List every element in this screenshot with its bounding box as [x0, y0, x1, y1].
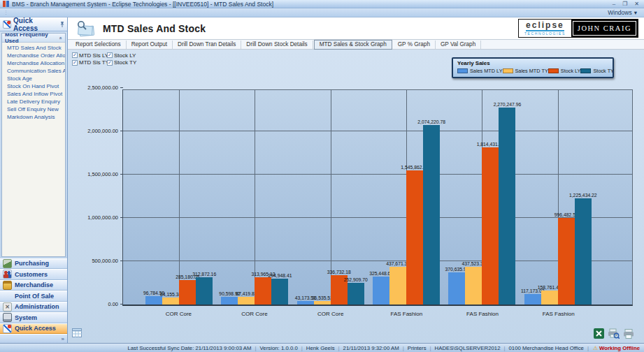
bar-value-label: 2,270,247.96	[494, 102, 522, 107]
pin-icon[interactable]	[59, 21, 64, 27]
nav-button-label: Quick Access	[15, 325, 56, 332]
tab-gp-graph[interactable]: GP % Graph	[393, 41, 436, 49]
status-item: Version: 1.0.0.0	[260, 345, 298, 351]
nav-button-point-of-sale[interactable]: Point Of Sale	[0, 291, 67, 302]
bar-rect	[389, 267, 406, 305]
status-separator: |	[403, 345, 404, 351]
legend-items: Sales MTD LYSales MTD TYStock LYStock TY	[453, 66, 613, 77]
bar-stock-ty-4: 2,074,220.78	[423, 90, 440, 305]
sidebar-item-sell-off-enquiry-new[interactable]: Sell Off Enquiry New	[2, 105, 65, 113]
bar-rect	[179, 280, 196, 305]
printer-icon[interactable]	[623, 329, 634, 339]
bar-sales-mtd-ty-6: 158,761.40	[541, 90, 558, 305]
legend-item-sales-mtd-ty: Sales MTD TY	[503, 68, 548, 74]
filter-label: MTD Sls TY	[79, 59, 109, 66]
bar-sales-mtd-ty-5: 437,523.32	[465, 90, 482, 305]
excel-export-icon[interactable]	[594, 328, 604, 339]
status-item: 21/11/2013 9:32:00 AM	[343, 345, 399, 351]
bar-value-label: 2,074,220.78	[417, 119, 445, 124]
restore-button[interactable]: ❐	[620, 1, 629, 8]
sidebar-item-merchandise-order-allocation[interactable]: Merchandise Order Allocation	[2, 52, 65, 59]
quick-access-header[interactable]: Quick Access	[0, 17, 67, 31]
most-frequently-used-header: Most Frequently Used »	[2, 34, 65, 43]
quick-access-header-label: Quick Access	[13, 17, 55, 32]
menu-bar: ⋮ Windows ▾	[0, 8, 644, 17]
tab-drill-down-stock-details[interactable]: Drill Down Stock Details	[241, 41, 313, 49]
nav-button-system[interactable]: System	[0, 312, 67, 323]
bar-stock-ty-3: 252,909.70	[348, 90, 364, 305]
legend-swatch	[457, 68, 468, 73]
working-offline-status: Working Offline	[599, 345, 640, 351]
bar-sales-mtd-ly-4: 325,448.68	[373, 90, 389, 305]
sidebar-item-stock-age[interactable]: Stock Age	[2, 75, 65, 82]
sidebar-item-sales-and-inflow-pivot[interactable]: Sales And Inflow Pivot	[2, 90, 65, 98]
bar-sales-mtd-ty-4: 437,671.34	[389, 90, 406, 305]
nav-button-purchasing[interactable]: Purchasing	[0, 258, 67, 270]
legend-item-stock-ty: Stock TY	[580, 68, 613, 74]
legend-label: Sales MTD LY	[470, 68, 503, 74]
nav-button-label: System	[15, 314, 37, 321]
bar-rect	[297, 301, 314, 305]
bar-rect	[448, 272, 465, 305]
quick-access-icon	[3, 324, 12, 333]
tab-report-selections[interactable]: Report Selections	[71, 41, 127, 49]
filter-mtd-sls-ly[interactable]: ✓MTD Sls LY	[72, 52, 107, 59]
status-separator: |	[504, 345, 506, 351]
sidebar-item-mtd-sales-and-stock[interactable]: MTD Sales And Stock	[2, 44, 65, 52]
sidebar-footer[interactable]: »	[0, 334, 67, 343]
legend-title: Yearly Sales	[453, 59, 613, 66]
tab-gp-val-graph[interactable]: GP Val Graph	[436, 41, 481, 49]
checkbox-stock-ly[interactable]: ✓	[107, 52, 113, 58]
filter-stock-ly[interactable]: ✓Stock LY	[107, 52, 148, 59]
page-title: MTD Sales And Stock	[103, 23, 206, 34]
sidebar-item-communication-sales-and-stock[interactable]: Communication Sales And Stock	[2, 67, 65, 75]
report-grid-icon[interactable]	[72, 328, 82, 337]
checkbox-mtd-sls-ty[interactable]: ✓	[72, 60, 78, 66]
checkbox-mtd-sls-ly[interactable]: ✓	[72, 52, 78, 58]
bar-rect	[196, 277, 213, 305]
minimize-button[interactable]: –	[610, 1, 617, 8]
bar-stock-ly-5: 1,814,431.55	[482, 90, 499, 305]
status-items: Last Successful Sync Date: 21/11/2013 9:…	[127, 345, 592, 351]
filter-stock-ty[interactable]: ✓Stock TY	[107, 59, 148, 67]
status-item: 0100 Merchandise Head Office	[509, 345, 584, 351]
close-button[interactable]: ✕	[632, 1, 641, 8]
sidebar: Quick Access Most Frequently Used » MTD …	[0, 17, 68, 343]
tab-report-output[interactable]: Report Output	[127, 41, 173, 49]
eclipse-logo-sub: TECHNOLOGIES	[524, 32, 566, 36]
bar-group-5: 370,635.93437,523.321,814,431.552,270,24…	[444, 90, 520, 305]
legend-label: Sales MTD TY	[515, 68, 548, 74]
nav-button-administration[interactable]: Administration	[0, 302, 67, 313]
report-search-icon	[75, 20, 96, 38]
x-axis-label-1: COR Core	[141, 311, 217, 317]
windows-menu-button[interactable]: Windows ▾	[604, 8, 641, 17]
merchandise-icon	[3, 281, 12, 290]
bar-rect	[373, 277, 389, 305]
sidebar-item-stock-on-hand-pivot[interactable]: Stock On Hand Pivot	[2, 82, 65, 90]
filter-mtd-sls-ty[interactable]: ✓MTD Sls TY	[72, 59, 107, 67]
filter-label: Stock LY	[114, 52, 136, 59]
bar-group-2: 90,598.9287,419.83313,965.13294,948.41	[217, 90, 292, 305]
sidebar-item-late-delivery-enquiry[interactable]: Late Delivery Enquiry	[2, 98, 65, 105]
x-axis-label-3: COR Core	[292, 311, 368, 317]
nav-button-customers[interactable]: Customers	[0, 269, 67, 280]
bar-sales-mtd-ly-6: 117,173.03	[524, 90, 541, 305]
sidebar-panel: Most Frequently Used » MTD Sales And Sto…	[1, 33, 66, 257]
bar-rect	[524, 294, 541, 305]
warning-icon: ⚠	[593, 345, 598, 351]
legend-swatch	[503, 68, 513, 73]
tab-drill-down-tran-details[interactable]: Drill Down Tran Details	[173, 41, 241, 49]
nav-button-quick-access[interactable]: Quick Access	[0, 323, 67, 335]
bar-groups: 96,784.5984,155.34285,180.05312,872.1690…	[123, 90, 632, 305]
sidebar-item-markdown-analysis[interactable]: Markdown Analysis	[2, 113, 65, 121]
bar-stock-ly-2: 313,965.13	[255, 90, 271, 305]
collapse-chevron-icon[interactable]: »	[59, 36, 64, 39]
tab-mtd-sales-stock-graph[interactable]: MTD Sales & Stock Graph	[314, 40, 392, 50]
checkbox-stock-ty[interactable]: ✓	[107, 60, 113, 66]
nav-button-merchandise[interactable]: Merchandise	[0, 280, 67, 291]
sidebar-item-merchandise-allocation-ideal[interactable]: Merchandise Allocation Ideal	[2, 59, 65, 67]
status-separator: |	[301, 345, 303, 351]
print-preview-icon[interactable]	[608, 328, 620, 339]
legend-label: Stock LY	[561, 68, 581, 74]
y-tick	[120, 304, 123, 305]
